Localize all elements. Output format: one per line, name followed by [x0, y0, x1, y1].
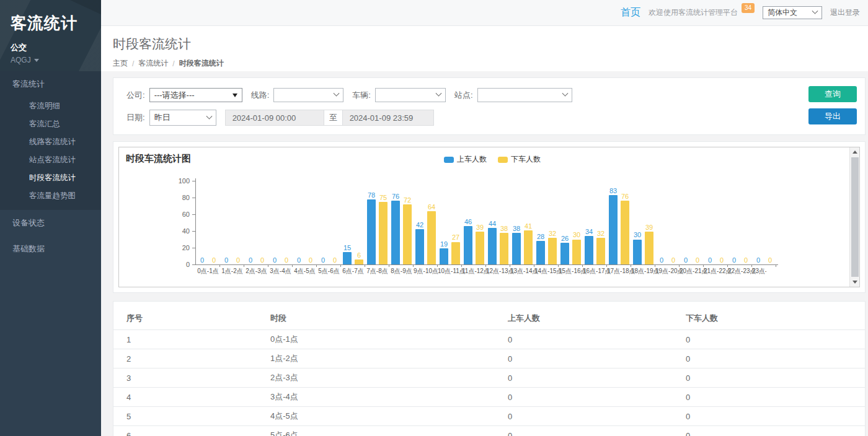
bar-wrap: 26: [560, 181, 569, 264]
line-select[interactable]: [273, 88, 343, 102]
bar-value-label: 0: [249, 256, 252, 264]
scrollbar-up-arrow[interactable]: [850, 147, 860, 157]
bar-alighting: [596, 238, 605, 264]
bar-wrap: 0: [754, 181, 763, 264]
bar-wrap: 30: [633, 181, 642, 264]
bar-wrap: 0: [706, 181, 714, 264]
logout-link[interactable]: 退出登录: [830, 7, 860, 18]
bar-boarding: [585, 236, 593, 264]
date-end-input[interactable]: [342, 110, 434, 126]
notification-badge[interactable]: 34: [742, 3, 755, 13]
bar-wrap: 0: [669, 181, 678, 264]
legend-swatch-boarding: [444, 157, 454, 163]
bar-wrap: 46: [464, 181, 472, 264]
bar-value-label: 6: [357, 251, 361, 259]
query-button[interactable]: 查询: [808, 86, 857, 102]
table-cell: 3: [113, 368, 257, 388]
bar-wrap: 30: [572, 181, 581, 264]
chart-scrollbar[interactable]: [849, 147, 859, 287]
sidebar-item-flow-detail[interactable]: 客流明细: [0, 97, 101, 115]
bar-value-label: 64: [428, 203, 435, 211]
scrollbar-down-arrow[interactable]: [850, 277, 860, 287]
bar-boarding: [536, 241, 545, 264]
bar-value-label: 39: [645, 224, 653, 231]
bar-value-label: 0: [260, 256, 264, 264]
bar-group: 00: [704, 181, 728, 264]
sidebar-item-flow-trend-chart[interactable]: 客流量趋势图: [0, 187, 101, 205]
chevron-down-icon: [206, 113, 212, 119]
table-cell: 0: [673, 426, 865, 436]
x-axis-label: 1点-2点: [220, 267, 244, 276]
y-axis-tick-label: 80: [162, 194, 190, 201]
bar-wrap: 78: [367, 181, 376, 264]
station-select[interactable]: [477, 88, 572, 102]
bar-group: 156: [341, 181, 365, 264]
table-cell: 0: [495, 426, 673, 436]
bar-value-label: 72: [404, 196, 411, 204]
y-axis-tick-label: 20: [162, 244, 190, 251]
bar-value-label: 30: [573, 231, 580, 238]
legend-item-alighting[interactable]: 下车人数: [498, 154, 541, 165]
bar-wrap: 64: [427, 181, 436, 264]
table-row: 65点-6点00: [113, 426, 865, 436]
sidebar-item-line-flow-stats[interactable]: 线路客流统计: [0, 133, 101, 151]
bar-value-label: 38: [500, 225, 508, 232]
date-preset-select[interactable]: 昨日: [149, 110, 216, 126]
table-column-header: 下车人数: [673, 305, 865, 330]
home-link[interactable]: 首页: [621, 6, 640, 19]
vehicle-select[interactable]: [375, 88, 446, 102]
table-cell: 0: [673, 388, 865, 407]
sidebar-item-device-status[interactable]: 设备状态: [0, 210, 101, 236]
sidebar-item-station-flow-stats[interactable]: 站点客流统计: [0, 151, 101, 169]
sidebar-item-flow-summary[interactable]: 客流汇总: [0, 115, 101, 133]
sidebar-item-base-data[interactable]: 基础数据: [0, 236, 101, 262]
breadcrumb-home[interactable]: 主页: [113, 58, 128, 69]
table-column-header: 时段: [257, 305, 495, 330]
bar-boarding: [633, 240, 642, 265]
legend-item-boarding[interactable]: 上车人数: [444, 154, 487, 165]
x-axis-label: 15点-16点: [559, 267, 583, 276]
bar-alighting: [500, 233, 508, 264]
bar-value-label: 32: [597, 230, 604, 237]
org-code-dropdown[interactable]: AQGJ: [11, 56, 101, 64]
breadcrumb: 主页 / 客流统计 / 时段客流统计: [113, 58, 868, 69]
table-cell: 4: [113, 388, 257, 407]
bar-group: 00: [268, 181, 293, 264]
export-button[interactable]: 导出: [808, 108, 857, 124]
bar-group: 7875: [365, 181, 389, 264]
x-axis-label: 11点-12点: [462, 267, 486, 276]
company-select[interactable]: ---请选择---: [149, 88, 242, 102]
x-axis-label: 2点-3点: [244, 267, 268, 276]
bar-wrap: 27: [451, 181, 460, 264]
bar-value-label: 0: [297, 256, 301, 264]
bar-value-label: 0: [671, 256, 675, 264]
bar-boarding: [560, 243, 569, 264]
bar-value-label: 27: [452, 233, 459, 241]
bar-wrap: 0: [210, 181, 218, 264]
bar-value-label: 39: [476, 224, 484, 231]
sidebar-item-period-flow-stats[interactable]: 时段客流统计: [0, 169, 101, 187]
scrollbar-thumb[interactable]: [851, 157, 859, 277]
x-axis-labels: 0点-1点1点-2点2点-3点3点-4点4点-5点5点-6点6点-7点7点-8点…: [196, 267, 766, 276]
bar-value-label: 0: [684, 256, 688, 264]
bars-row: 0000000000001567875767242641927463944383…: [196, 181, 776, 264]
breadcrumb-parent[interactable]: 客流统计: [138, 58, 168, 69]
sidebar-item-passenger-flow-stats[interactable]: 客流统计: [0, 71, 101, 97]
date-start-input[interactable]: [225, 110, 324, 126]
bar-wrap: 38: [512, 181, 521, 264]
bar-wrap: 39: [645, 181, 653, 264]
vehicle-label: 车辆:: [352, 90, 371, 101]
welcome-text: 欢迎使用客流统计管理平台: [649, 7, 738, 18]
x-axis-label: 19点-20点: [655, 267, 680, 276]
table-cell: 6: [113, 426, 257, 436]
legend-swatch-alighting: [498, 157, 508, 163]
table-cell: 0: [673, 407, 865, 426]
bar-alighting: [355, 259, 363, 264]
bar-value-label: 0: [732, 256, 736, 264]
bar-value-label: 0: [236, 256, 240, 264]
bar-value-label: 0: [224, 256, 228, 264]
language-select[interactable]: 简体中文: [763, 6, 822, 19]
bar-wrap: 34: [585, 181, 593, 264]
bar-group: 7672: [389, 181, 414, 264]
chart-title: 时段车流统计图: [126, 153, 191, 165]
